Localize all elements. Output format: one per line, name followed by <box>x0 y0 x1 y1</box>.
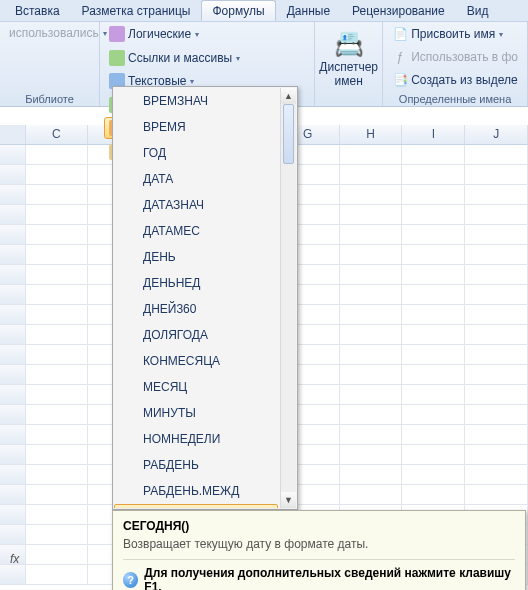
col-head[interactable]: I <box>402 125 465 144</box>
tooltip-description: Возвращает текущую дату в формате даты. <box>123 537 515 551</box>
tooltip-help-text: Для получения дополнительных сведений на… <box>144 566 515 590</box>
tab-insert[interactable]: Вставка <box>4 0 71 21</box>
scroll-up-button[interactable]: ▲ <box>281 88 296 104</box>
menu-item[interactable]: КОНМЕСЯЦА <box>114 348 278 374</box>
use-in-formula-icon: ƒ <box>392 49 408 65</box>
name-manager-button[interactable]: 📇 Диспетчер имен <box>312 23 385 93</box>
recently-used-button[interactable]: использовались▾ <box>4 23 95 43</box>
menu-item[interactable]: РАБДЕНЬ <box>114 452 278 478</box>
create-from-selection-button[interactable]: 📑 Создать из выделе <box>387 69 522 91</box>
scroll-thumb[interactable] <box>283 104 294 164</box>
function-tooltip: СЕГОДНЯ() Возвращает текущую дату в форм… <box>112 510 526 590</box>
menu-item[interactable]: ДНЕЙ360 <box>114 296 278 322</box>
menu-item[interactable]: ДЕНЬНЕД <box>114 270 278 296</box>
tooltip-help-row: ? Для получения дополнительных сведений … <box>123 559 515 590</box>
lookup-button[interactable]: Ссылки и массивы▾ <box>104 47 245 69</box>
formula-bar-fx[interactable]: fx <box>10 552 19 566</box>
logical-button[interactable]: Логические▾ <box>104 23 204 45</box>
menu-item[interactable]: ДЕНЬ <box>114 244 278 270</box>
menu-item[interactable]: ДАТАЗНАЧ <box>114 192 278 218</box>
tab-pagelayout[interactable]: Разметка страницы <box>71 0 202 21</box>
create-from-selection-icon: 📑 <box>392 72 408 88</box>
menu-item[interactable]: НОМНЕДЕЛИ <box>114 426 278 452</box>
col-head[interactable]: J <box>465 125 528 144</box>
menu-item[interactable]: ВРЕМЯ <box>114 114 278 140</box>
logical-icon <box>109 26 125 42</box>
scroll-down-button[interactable]: ▼ <box>281 492 296 508</box>
menu-item[interactable]: ВРЕМЗНАЧ <box>114 88 278 114</box>
datetime-dropdown-menu: ВРЕМЗНАЧВРЕМЯГОДДАТАДАТАЗНАЧДАТАМЕСДЕНЬД… <box>112 86 298 510</box>
use-in-formula-button[interactable]: ƒ Использовать в фо <box>387 46 523 68</box>
menu-item[interactable]: РАБДЕНЬ.МЕЖД <box>114 478 278 504</box>
tooltip-title: СЕГОДНЯ() <box>123 519 515 533</box>
col-head[interactable] <box>0 125 26 144</box>
col-head[interactable]: C <box>26 125 89 144</box>
menu-item[interactable]: ДАТАМЕС <box>114 218 278 244</box>
define-name-button[interactable]: 📄 Присвоить имя▾ <box>387 23 508 45</box>
menu-item[interactable]: МИНУТЫ <box>114 400 278 426</box>
menu-item[interactable]: СЕГОДНЯ <box>114 504 278 508</box>
group-label-library: Библиоте <box>0 93 99 105</box>
tab-formulas[interactable]: Формулы <box>201 0 275 21</box>
tab-review[interactable]: Рецензирование <box>341 0 456 21</box>
define-name-icon: 📄 <box>392 26 408 42</box>
lookup-icon <box>109 50 125 66</box>
menu-item[interactable]: ДАТА <box>114 166 278 192</box>
menu-scrollbar[interactable]: ▲ ▼ <box>280 88 296 508</box>
help-icon: ? <box>123 572 138 588</box>
col-head[interactable]: H <box>340 125 403 144</box>
ribbon-tabs: Вставка Разметка страницы Формулы Данные… <box>0 0 528 22</box>
menu-item[interactable]: ДОЛЯГОДА <box>114 322 278 348</box>
group-label-names: Определенные имена <box>383 93 527 105</box>
tab-view[interactable]: Вид <box>456 0 500 21</box>
menu-item[interactable]: МЕСЯЦ <box>114 374 278 400</box>
tab-data[interactable]: Данные <box>276 0 341 21</box>
name-manager-icon: 📇 <box>333 28 365 60</box>
menu-item[interactable]: ГОД <box>114 140 278 166</box>
